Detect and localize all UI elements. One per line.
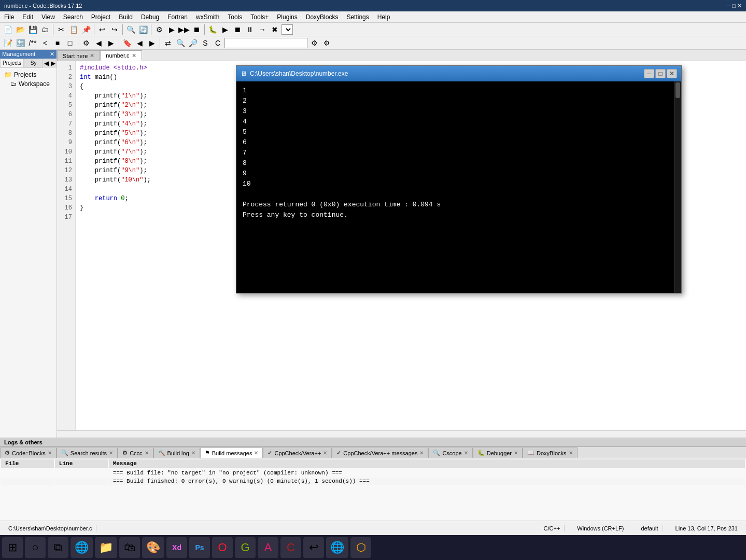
menu-toolsplus[interactable]: Tools+ <box>246 12 273 22</box>
log-tab-cppcheck[interactable]: ✓ CppCheck/Vera++ ✕ <box>263 447 332 458</box>
taskbar-app1[interactable]: A <box>258 537 278 558</box>
tb-debug-stop[interactable]: ⏹ <box>232 24 243 35</box>
terminal-minimize[interactable]: ─ <box>644 69 654 78</box>
tb2-btn4[interactable]: < <box>39 37 51 49</box>
tb2-gear2[interactable]: ⚙ <box>321 37 332 49</box>
tb2-zoomin[interactable]: 🔍 <box>175 37 186 49</box>
taskbar-taskview[interactable]: ⧉ <box>48 537 68 558</box>
tb2-btn3[interactable]: /** <box>27 37 38 49</box>
menu-wxsmith[interactable]: wxSmith <box>192 12 223 22</box>
log-tab-cccc[interactable]: ⚙ Cccc ✕ <box>118 447 153 458</box>
tb2-s[interactable]: S <box>200 37 211 49</box>
tb2-fwd[interactable]: ▶ <box>105 37 117 49</box>
tb2-c[interactable]: C <box>212 37 223 49</box>
terminal-maximize[interactable]: □ <box>655 69 666 78</box>
log-tab-cscope[interactable]: 🔍 Cscope ✕ <box>428 447 472 458</box>
log-tab-buildmessages-close[interactable]: ✕ <box>254 450 258 456</box>
tb2-zoomout[interactable]: 🔎 <box>187 37 199 49</box>
menu-plugins[interactable]: Plugins <box>273 12 301 22</box>
menu-doxyblocks[interactable]: DoxyBlocks <box>302 12 343 22</box>
tb-saveall[interactable]: 🗂 <box>39 24 51 35</box>
sidebar-nav-next[interactable]: ▶ <box>50 59 57 68</box>
tb-debug-next[interactable]: → <box>257 24 268 35</box>
terminal-scroll-thumb[interactable] <box>675 82 680 98</box>
tb2-btn1[interactable]: 📝 <box>2 37 13 49</box>
log-tab-search[interactable]: 🔍 Search results ✕ <box>57 447 118 458</box>
menu-file[interactable]: File <box>0 12 18 22</box>
menu-search[interactable]: Search <box>59 12 87 22</box>
log-tab-cppcheck-close[interactable]: ✕ <box>323 450 327 456</box>
taskbar-start[interactable]: ⊞ <box>2 537 23 558</box>
tb-stop[interactable]: ⏹ <box>191 24 202 35</box>
tb-debug[interactable]: 🐛 <box>207 24 218 35</box>
menu-build[interactable]: Build <box>115 12 137 22</box>
tb-redo[interactable]: ↪ <box>109 24 120 35</box>
taskbar-explorer[interactable]: 📁 <box>95 537 117 558</box>
tab-number-c[interactable]: number.c ✕ <box>100 50 142 61</box>
menu-view[interactable]: View <box>37 12 59 22</box>
taskbar-ps[interactable]: Ps <box>189 537 210 558</box>
log-tab-buildlog-close[interactable]: ✕ <box>191 450 195 456</box>
tb-paste[interactable]: 📌 <box>80 24 92 35</box>
tb-buildrun[interactable]: ▶▶ <box>178 24 190 35</box>
sidebar-tab-projects[interactable]: Projects <box>0 59 24 68</box>
tb2-prev-bookmark[interactable]: ◀ <box>134 37 145 49</box>
terminal-scrollbar[interactable] <box>674 81 681 293</box>
menu-settings[interactable]: Settings <box>342 12 373 22</box>
tb-target-combo[interactable] <box>281 24 293 35</box>
tb-undo[interactable]: ↩ <box>96 24 108 35</box>
log-tab-doxyblocks-close[interactable]: ✕ <box>569 450 573 456</box>
tb-debug-pause[interactable]: ⏸ <box>244 24 256 35</box>
tb-new[interactable]: 📄 <box>2 24 13 35</box>
tree-item-projects[interactable]: 📁 Projects <box>2 70 54 79</box>
taskbar-greenshot[interactable]: G <box>235 537 256 558</box>
taskbar-xd[interactable]: Xd <box>166 537 187 558</box>
taskbar-app2[interactable]: C <box>280 537 301 558</box>
log-tab-cscope-close[interactable]: ✕ <box>464 450 468 456</box>
horizontal-scrollbar[interactable] <box>57 430 746 438</box>
log-tab-cppcheck-msg[interactable]: ✓ CppCheck/Vera++ messages ✕ <box>332 447 428 458</box>
menu-help[interactable]: Help <box>373 12 395 22</box>
sidebar-tab-symbols[interactable]: Sy <box>24 59 43 68</box>
taskbar-store[interactable]: 🛍 <box>119 537 140 558</box>
sidebar-close[interactable]: ✕ <box>50 51 54 58</box>
tb-find[interactable]: 🔍 <box>125 24 136 35</box>
log-tab-cccc-close[interactable]: ✕ <box>145 450 149 456</box>
tab-number-c-close[interactable]: ✕ <box>132 52 136 59</box>
log-tab-codeblocks-close[interactable]: ✕ <box>48 450 52 456</box>
menu-fortran[interactable]: Fortran <box>163 12 192 22</box>
log-tab-debugger-close[interactable]: ✕ <box>514 450 518 456</box>
tb2-next-bookmark[interactable]: ▶ <box>146 37 158 49</box>
tree-item-workspace[interactable]: 🗂 Workspace <box>2 79 54 89</box>
terminal-close[interactable]: ✕ <box>667 69 677 78</box>
taskbar-chrome[interactable]: 🌐 <box>326 537 348 558</box>
tb2-search-input[interactable] <box>224 38 307 48</box>
menu-debug[interactable]: Debug <box>137 12 163 22</box>
taskbar-opera[interactable]: O <box>212 537 233 558</box>
tb-replace[interactable]: 🔄 <box>137 24 149 35</box>
tb2-gear1[interactable]: ⚙ <box>308 37 320 49</box>
log-tab-search-close[interactable]: ✕ <box>109 450 113 456</box>
tb-copy[interactable]: 📋 <box>68 24 79 35</box>
tb-cut[interactable]: ✂ <box>55 24 67 35</box>
log-tab-buildmessages[interactable]: ⚑ Build messages ✕ <box>200 447 263 458</box>
tb2-toggle[interactable]: ⇄ <box>162 37 174 49</box>
tb-debug-start[interactable]: ▶ <box>219 24 231 35</box>
taskbar-edge[interactable]: 🌐 <box>71 537 93 558</box>
menu-project[interactable]: Project <box>87 12 115 22</box>
tb-save[interactable]: 💾 <box>27 24 38 35</box>
log-tab-debugger[interactable]: 🐛 Debugger ✕ <box>473 447 523 458</box>
tb2-settings[interactable]: ⚙ <box>80 37 92 49</box>
taskbar-back[interactable]: ↩ <box>303 537 324 558</box>
menu-tools[interactable]: Tools <box>223 12 246 22</box>
sidebar-nav-prev[interactable]: ◀ <box>43 59 50 68</box>
log-tab-doxyblocks[interactable]: 📖 DoxyBlocks ✕ <box>523 447 577 458</box>
log-tab-codeblocks[interactable]: ⚙ Code::Blocks ✕ <box>0 447 57 458</box>
tb2-btn5[interactable]: ■ <box>52 37 63 49</box>
tb2-back[interactable]: ◀ <box>93 37 104 49</box>
log-tab-buildlog[interactable]: 🔨 Build log ✕ <box>153 447 200 458</box>
log-tab-cppcheck-msg-close[interactable]: ✕ <box>419 450 424 456</box>
tb-run[interactable]: ▶ <box>166 24 177 35</box>
menu-edit[interactable]: Edit <box>18 12 37 22</box>
tb2-btn2[interactable]: 🔙 <box>15 37 26 49</box>
